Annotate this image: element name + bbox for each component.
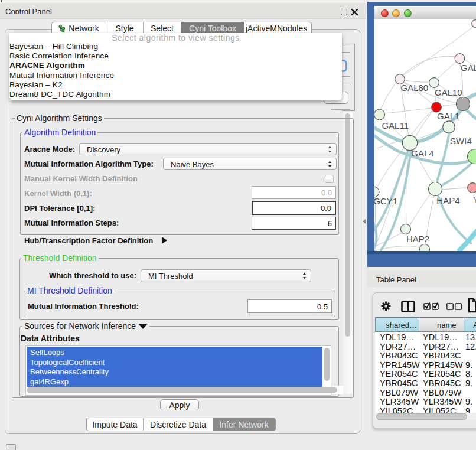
svg-text:Y: Y: [473, 195, 476, 205]
svg-text:GAL11: GAL11: [382, 120, 409, 131]
svg-text:GAL: GAL: [461, 63, 476, 73]
svg-text:SWI4: SWI4: [450, 136, 472, 146]
svg-text:GAL10: GAL10: [435, 87, 462, 97]
svg-text:HAP4: HAP4: [436, 195, 459, 206]
svg-text:GAL80: GAL80: [401, 83, 429, 93]
svg-text:GAL4: GAL4: [411, 148, 433, 158]
svg-text:HAP2: HAP2: [406, 234, 429, 244]
svg-text:GCY1: GCY1: [374, 196, 397, 206]
svg-text:GAL1: GAL1: [437, 111, 459, 121]
